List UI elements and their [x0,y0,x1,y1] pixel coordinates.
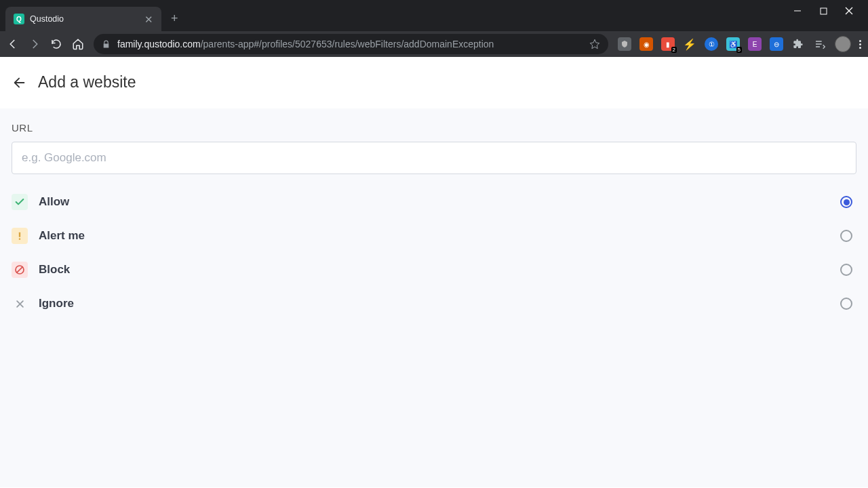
url-label: URL [12,122,856,134]
extension-icon-2[interactable]: ▮2 [661,37,675,51]
new-tab-button[interactable]: + [171,12,178,24]
minimize-icon[interactable] [791,4,804,18]
favicon: Q [14,14,24,24]
window-controls [791,0,868,18]
url-text: family.qustodio.com/parents-app#/profile… [117,39,494,49]
extension-icon-6[interactable]: ⊖ [770,37,783,51]
option-block[interactable]: Block [12,253,856,287]
x-icon [12,296,28,312]
media-control-icon[interactable] [813,37,827,51]
close-tab-icon[interactable]: ✕ [143,13,155,26]
radio-allow[interactable] [840,196,852,208]
profile-avatar[interactable] [835,36,851,52]
bookmark-star-icon[interactable] [589,39,600,49]
svg-rect-5 [19,239,20,240]
option-alert[interactable]: Alert me [12,219,856,253]
back-arrow-icon[interactable] [12,75,27,90]
block-icon [12,262,28,278]
svg-rect-1 [821,8,827,14]
nav-back-icon[interactable] [7,38,19,50]
nav-forward-icon [28,38,41,50]
maximize-icon[interactable] [816,4,830,18]
browser-nav-bar: family.qustodio.com/parents-app#/profile… [0,31,868,57]
svg-rect-4 [19,232,20,237]
tab-title: Qustodio [30,14,143,24]
browser-tab-strip: Q Qustodio ✕ + [0,0,868,31]
radio-ignore[interactable] [840,298,852,310]
url-input[interactable] [12,142,856,174]
extension-icons: ◉ ▮2 ⚡ ① ♿5 E ⊖ [618,36,861,52]
reload-icon[interactable] [50,38,62,50]
extension-icon-3[interactable]: ① [705,37,718,51]
home-icon[interactable] [72,38,84,50]
extensions-puzzle-icon[interactable] [791,37,805,51]
extension-icon-4[interactable]: ♿5 [726,37,740,51]
lightning-icon[interactable]: ⚡ [683,37,696,51]
option-label: Allow [39,195,840,209]
option-ignore[interactable]: Ignore [12,287,856,321]
alert-icon [12,228,28,244]
brave-shield-icon[interactable] [618,37,631,51]
address-bar[interactable]: family.qustodio.com/parents-app#/profile… [94,34,608,54]
page-title: Add a website [38,73,136,92]
radio-alert[interactable] [840,230,852,242]
action-options: Allow Alert me Block [12,185,856,321]
option-label: Ignore [39,297,840,310]
svg-line-7 [16,266,22,272]
form-body: URL Allow Alert me Blo [0,108,868,487]
check-icon [12,194,28,210]
browser-tab[interactable]: Q Qustodio ✕ [5,7,161,31]
extension-icon-1[interactable]: ◉ [639,37,653,51]
chrome-menu-icon[interactable] [859,40,861,49]
option-label: Alert me [39,229,840,243]
close-window-icon[interactable] [842,4,856,18]
lock-icon [102,40,111,49]
page-content: Add a website URL Allow Alert me [0,57,868,488]
option-label: Block [39,263,840,277]
page-header: Add a website [0,57,868,108]
option-allow[interactable]: Allow [12,185,856,219]
radio-block[interactable] [840,264,852,276]
extension-icon-5[interactable]: E [748,37,762,51]
